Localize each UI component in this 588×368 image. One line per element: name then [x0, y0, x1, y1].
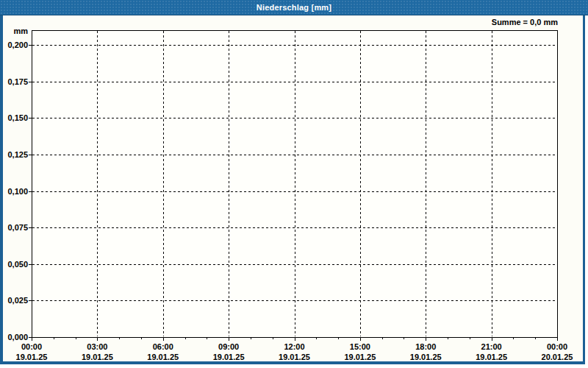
window-titlebar: Niederschlag [mm]: [0, 0, 588, 15]
x-date-label: 19.01.25: [279, 353, 310, 361]
x-tick-label: 00:00: [21, 342, 42, 351]
chart-panel: Summe = 0,0 mm mm 0,2000,1750,1500,1250,…: [0, 15, 585, 364]
x-date-label: 19.01.25: [344, 353, 376, 361]
plot-area: 0,2000,1750,1500,1250,1000,0750,0500,025…: [3, 15, 583, 361]
x-tick-label: 06:00: [153, 342, 173, 351]
y-tick-label: 0,175: [7, 77, 28, 86]
y-tick-label: 0,150: [7, 113, 28, 122]
x-tick-label: 03:00: [87, 342, 107, 351]
x-date-label: 19.01.25: [82, 353, 113, 361]
x-date-label: 19.01.25: [213, 353, 245, 361]
y-tick-label: 0,125: [7, 150, 28, 159]
x-tick-label: 09:00: [218, 342, 239, 351]
x-tick-label: 21:00: [481, 342, 502, 351]
x-date-label: 19.01.25: [410, 353, 442, 361]
x-tick-label: 00:00: [547, 342, 567, 351]
y-tick-label: 0,000: [7, 333, 28, 342]
y-tick-label: 0,025: [7, 296, 28, 305]
y-tick-label: 0,050: [7, 260, 28, 269]
y-tick-label: 0,100: [7, 187, 28, 196]
y-tick-label: 0,200: [7, 40, 28, 49]
x-date-label: 19.01.25: [147, 353, 179, 361]
x-tick-label: 12:00: [284, 342, 304, 351]
x-date-label: 19.01.25: [476, 353, 507, 361]
x-date-label: 20.01.25: [542, 353, 573, 361]
x-tick-label: 18:00: [415, 342, 436, 351]
x-tick-label: 15:00: [350, 342, 370, 351]
window-title: Niederschlag [mm]: [257, 3, 331, 12]
x-date-label: 19.01.25: [16, 353, 48, 361]
y-tick-label: 0,075: [7, 223, 28, 232]
